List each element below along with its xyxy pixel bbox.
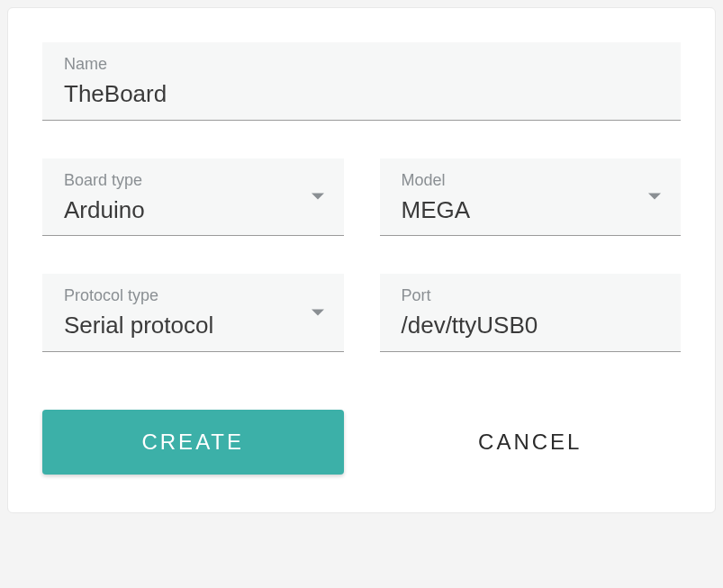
row-board-model: Board type Arduino Model MEGA [42,158,681,237]
name-label: Name [64,55,659,74]
row-protocol-port: Protocol type Serial protocol Port /dev/… [42,274,681,352]
name-input[interactable]: TheBoard [64,79,659,109]
chevron-down-icon [312,309,324,315]
model-select[interactable]: MEGA [402,195,660,225]
name-field[interactable]: Name TheBoard [42,42,681,121]
board-type-field[interactable]: Board type Arduino [42,158,344,237]
model-field[interactable]: Model MEGA [380,158,682,237]
board-config-card: Name TheBoard Board type Arduino Model M… [7,7,716,513]
port-field[interactable]: Port /dev/ttyUSB0 [380,274,682,352]
protocol-type-select[interactable]: Serial protocol [64,311,322,340]
port-input[interactable]: /dev/ttyUSB0 [402,311,660,340]
create-button[interactable]: CREATE [42,410,344,475]
protocol-type-label: Protocol type [64,286,322,305]
actions-row: CREATE CANCEL [42,410,681,475]
port-label: Port [402,286,660,305]
chevron-down-icon [648,194,661,200]
cancel-button[interactable]: CANCEL [380,410,682,475]
board-type-select[interactable]: Arduino [64,195,322,225]
protocol-type-field[interactable]: Protocol type Serial protocol [42,274,344,352]
model-label: Model [402,171,660,190]
chevron-down-icon [312,194,324,200]
board-type-label: Board type [64,171,322,190]
